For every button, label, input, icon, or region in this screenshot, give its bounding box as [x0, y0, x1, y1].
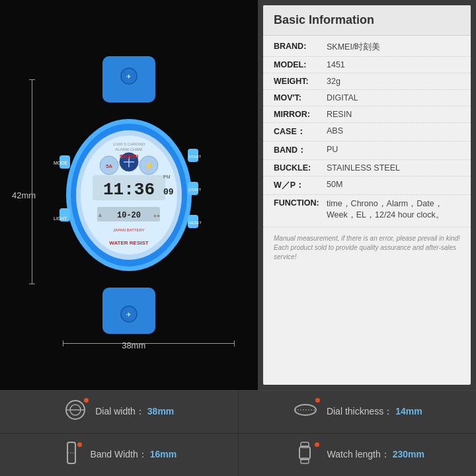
dot-accent3: [77, 442, 82, 447]
info-key-4: MIRROR:: [274, 110, 327, 119]
svg-text:10-20: 10-20: [117, 211, 141, 220]
svg-text:RESET: RESET: [188, 221, 202, 225]
height-label: 42mm: [12, 190, 36, 200]
info-val-3: DIGITAL: [327, 93, 460, 102]
info-note: Manual measurement, if there is an error…: [263, 227, 471, 268]
dial-thickness-label: Dial thickness：: [327, 406, 393, 416]
info-val-5: ABS: [327, 126, 460, 136]
dial-thickness-icon: [292, 398, 319, 426]
svg-text:PM: PM: [163, 175, 171, 179]
band-width-value: 16mm: [150, 449, 177, 459]
watch-length-icon: [290, 441, 319, 469]
info-val-0: SKMEI/时刻美: [327, 42, 460, 53]
dial-thickness-value: 14mm: [395, 406, 422, 416]
svg-text:JAPAN BATTERY: JAPAN BATTERY: [113, 228, 145, 232]
svg-text:START: START: [188, 155, 201, 159]
info-row-7: BUCKLE:STAINLESS STEEL: [263, 160, 471, 177]
info-key-3: MOV'T:: [274, 93, 327, 102]
svg-text:▸▸: ▸▸: [154, 212, 161, 219]
info-row-2: WEIGHT:32g: [263, 73, 471, 90]
info-row-6: BAND：PU: [263, 141, 471, 160]
dial-width-icon: [63, 398, 87, 426]
info-row-0: BRAND:SKMEI/时刻美: [263, 38, 471, 57]
info-row-4: MIRROR:RESIN: [263, 106, 471, 123]
spec-band-width: Band Width： 16mm: [0, 434, 238, 476]
info-row-3: MOV'T:DIGITAL: [263, 90, 471, 106]
band-width-icon: [61, 441, 82, 469]
info-key-5: CASE：: [274, 126, 327, 138]
info-val-8: 50M: [327, 180, 460, 189]
watch-area: 42mm 38mm: [0, 0, 258, 390]
svg-text:ALARM CHIME: ALARM CHIME: [115, 147, 143, 151]
watch-length-label: Watch length：: [327, 449, 390, 459]
info-row-8: W／P：50M: [263, 177, 471, 195]
info-key-1: MODEL:: [274, 60, 327, 69]
info-title: Basic Information: [263, 5, 471, 36]
info-val-2: 32g: [327, 77, 460, 86]
svg-text:11:36: 11:36: [103, 180, 155, 200]
info-row-9: FUNCTION:time，Chrono，Alarm，Date，Week，EL，…: [263, 195, 471, 224]
vertical-dim-line: [32, 79, 32, 284]
watch-image: MODE LIGHT START START RESET: [36, 36, 221, 354]
spec-dial-thickness: Dial thickness： 14mm: [239, 391, 477, 433]
spec-dial-width: Dial width： 38mm: [0, 391, 238, 433]
dot-accent: [84, 398, 89, 403]
info-key-2: WEIGHT:: [274, 77, 327, 86]
svg-text:▲: ▲: [97, 212, 103, 218]
info-key-6: BAND：: [274, 145, 327, 156]
band-width-label: Band Width：: [90, 449, 147, 459]
watch-length-value: 230mm: [393, 449, 424, 459]
svg-text:✈: ✈: [126, 311, 132, 318]
dot-accent2: [315, 398, 320, 403]
svg-text:WATER RESIST: WATER RESIST: [109, 240, 149, 246]
svg-text:1/100 S CHRONO: 1/100 S CHRONO: [112, 142, 145, 146]
main-container: 42mm 38mm: [0, 0, 476, 476]
watch-length-text: Watch length： 230mm: [327, 449, 424, 461]
info-card: Basic Information BRAND:SKMEI/时刻美MODEL:1…: [263, 5, 471, 385]
dial-thickness-text: Dial thickness： 14mm: [327, 406, 422, 418]
svg-text:⚡: ⚡: [144, 161, 154, 171]
dial-width-label: Dial width：: [95, 406, 145, 416]
info-row-1: MODEL:1451: [263, 57, 471, 73]
info-row-5: CASE：ABS: [263, 123, 471, 141]
dial-width-value: 38mm: [147, 406, 174, 416]
svg-text:START: START: [188, 188, 201, 192]
info-key-7: BUCKLE:: [274, 163, 327, 173]
svg-text:MODE: MODE: [54, 161, 67, 165]
info-panel: Basic Information BRAND:SKMEI/时刻美MODEL:1…: [258, 0, 476, 390]
info-key-8: W／P：: [274, 180, 327, 191]
info-key-9: FUNCTION:: [274, 198, 327, 208]
info-rows: BRAND:SKMEI/时刻美MODEL:1451WEIGHT:32gMOV'T…: [263, 36, 471, 227]
dial-width-text: Dial width： 38mm: [95, 406, 174, 418]
svg-rect-47: [299, 446, 310, 459]
info-val-1: 1451: [327, 60, 460, 69]
svg-text:LIGHT: LIGHT: [54, 216, 67, 221]
info-val-9: time，Chrono，Alarm，Date，Week，EL，12/24 hou…: [327, 198, 460, 221]
info-key-0: BRAND:: [274, 42, 327, 51]
svg-text:09: 09: [163, 187, 174, 197]
bottom-specs-bar: Dial width： 38mm Dial thickness： 14mm: [0, 390, 476, 476]
info-val-6: PU: [327, 145, 460, 154]
info-val-4: RESIN: [327, 110, 460, 119]
top-section: 42mm 38mm: [0, 0, 476, 390]
info-val-7: STAINLESS STEEL: [327, 163, 460, 173]
svg-text:5A: 5A: [106, 163, 112, 169]
spec-watch-length: Watch length： 230mm: [239, 434, 477, 476]
svg-text:SKMEI: SKMEI: [120, 153, 139, 160]
svg-text:✈: ✈: [126, 73, 132, 80]
band-width-text: Band Width： 16mm: [90, 449, 177, 461]
dot-accent4: [315, 442, 319, 447]
